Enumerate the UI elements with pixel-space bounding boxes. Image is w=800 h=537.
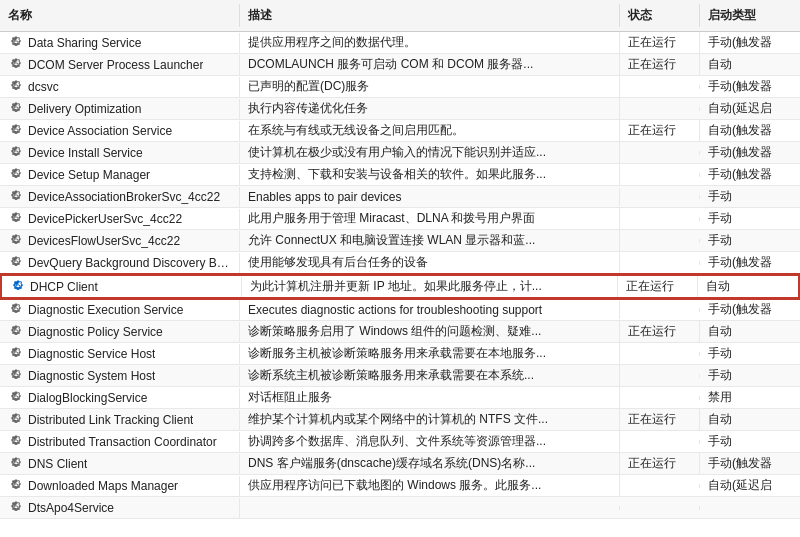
col-status[interactable]: 状态 xyxy=(620,4,700,27)
service-name: Distributed Link Tracking Client xyxy=(28,413,193,427)
table-row[interactable]: DevicesFlowUserSvc_4cc22允许 ConnectUX 和电脑… xyxy=(0,230,800,252)
service-name-cell: DevQuery Background Discovery Brok... xyxy=(0,253,240,273)
special-service-icon xyxy=(10,279,26,295)
table-row[interactable]: DtsApo4Service xyxy=(0,497,800,519)
table-row[interactable]: DialogBlockingService对话框阻止服务禁用 xyxy=(0,387,800,409)
table-row[interactable]: DCOM Server Process LauncherDCOMLAUNCH 服… xyxy=(0,54,800,76)
table-row[interactable]: DHCP Client为此计算机注册并更新 IP 地址。如果此服务停止，计...… xyxy=(0,274,800,299)
service-startup: 自动 xyxy=(700,54,800,75)
table-row[interactable]: Diagnostic System Host诊断系统主机被诊断策略服务用来承载需… xyxy=(0,365,800,387)
service-startup: 手动(触发器 xyxy=(700,299,800,320)
service-status xyxy=(620,239,700,243)
table-row[interactable]: DeviceAssociationBrokerSvc_4cc22Enables … xyxy=(0,186,800,208)
service-name: Data Sharing Service xyxy=(28,36,141,50)
service-status xyxy=(620,85,700,89)
service-name: Delivery Optimization xyxy=(28,102,141,116)
service-status: 正在运行 xyxy=(620,453,700,474)
service-name: Distributed Transaction Coordinator xyxy=(28,435,217,449)
service-desc: 已声明的配置(DC)服务 xyxy=(240,76,620,97)
service-name: Device Setup Manager xyxy=(28,168,150,182)
table-row[interactable]: DevQuery Background Discovery Brok...使用能… xyxy=(0,252,800,274)
table-row[interactable]: Device Install Service使计算机在极少或没有用户输入的情况下… xyxy=(0,142,800,164)
table-row[interactable]: DNS ClientDNS 客户端服务(dnscache)缓存域名系统(DNS)… xyxy=(0,453,800,475)
service-startup: 手动(触发器 xyxy=(700,164,800,185)
gear-icon xyxy=(8,434,24,450)
service-startup: 自动(延迟启 xyxy=(700,98,800,119)
service-name-cell: Device Association Service xyxy=(0,121,240,141)
service-status xyxy=(620,195,700,199)
service-status xyxy=(620,374,700,378)
gear-icon xyxy=(8,478,24,494)
service-name-cell: Data Sharing Service xyxy=(0,33,240,53)
table-row[interactable]: Downloaded Maps Manager供应用程序访问已下载地图的 Win… xyxy=(0,475,800,497)
services-table: 名称 描述 状态 启动类型 Data Sharing Service提供应用程序… xyxy=(0,0,800,537)
table-row[interactable]: DevicePickerUserSvc_4cc22此用户服务用于管理 Mirac… xyxy=(0,208,800,230)
table-row[interactable]: Distributed Link Tracking Client维护某个计算机内… xyxy=(0,409,800,431)
table-row[interactable]: Distributed Transaction Coordinator协调跨多个… xyxy=(0,431,800,453)
service-name: DevicesFlowUserSvc_4cc22 xyxy=(28,234,180,248)
service-status xyxy=(620,506,700,510)
gear-icon xyxy=(8,324,24,340)
service-desc: DNS 客户端服务(dnscache)缓存域名系统(DNS)名称... xyxy=(240,453,620,474)
service-name: DHCP Client xyxy=(30,280,98,294)
service-name: Device Install Service xyxy=(28,146,143,160)
gear-icon xyxy=(8,167,24,183)
gear-icon xyxy=(8,145,24,161)
service-startup: 手动 xyxy=(700,431,800,452)
service-name-cell: Diagnostic System Host xyxy=(0,366,240,386)
col-name[interactable]: 名称 xyxy=(0,4,240,27)
table-row[interactable]: Delivery Optimization执行内容传递优化任务自动(延迟启 xyxy=(0,98,800,120)
service-name-cell: DevicePickerUserSvc_4cc22 xyxy=(0,209,240,229)
service-status: 正在运行 xyxy=(620,321,700,342)
gear-icon xyxy=(8,101,24,117)
table-row[interactable]: Device Setup Manager支持检测、下载和安装与设备相关的软件。如… xyxy=(0,164,800,186)
service-name-cell: Distributed Transaction Coordinator xyxy=(0,432,240,452)
service-name-cell: Diagnostic Service Host xyxy=(0,344,240,364)
service-status: 正在运行 xyxy=(620,32,700,53)
col-desc[interactable]: 描述 xyxy=(240,4,620,27)
service-name-cell: DHCP Client xyxy=(2,277,242,297)
gear-icon xyxy=(8,233,24,249)
service-status: 正在运行 xyxy=(620,409,700,430)
service-desc: 提供应用程序之间的数据代理。 xyxy=(240,32,620,53)
gear-icon xyxy=(8,35,24,51)
service-name-cell: DialogBlockingService xyxy=(0,388,240,408)
gear-icon xyxy=(8,79,24,95)
service-startup: 手动 xyxy=(700,208,800,229)
table-row[interactable]: dcsvc已声明的配置(DC)服务手动(触发器 xyxy=(0,76,800,98)
service-status xyxy=(620,217,700,221)
table-row[interactable]: Device Association Service在系统与有线或无线设备之间启… xyxy=(0,120,800,142)
service-desc: 诊断服务主机被诊断策略服务用来承载需要在本地服务... xyxy=(240,343,620,364)
gear-icon xyxy=(8,211,24,227)
service-status xyxy=(620,484,700,488)
service-desc: Enables apps to pair devices xyxy=(240,188,620,206)
service-desc: 为此计算机注册并更新 IP 地址。如果此服务停止，计... xyxy=(242,276,618,297)
service-name: DtsApo4Service xyxy=(28,501,114,515)
service-name-cell: DevicesFlowUserSvc_4cc22 xyxy=(0,231,240,251)
service-name-cell: Distributed Link Tracking Client xyxy=(0,410,240,430)
service-status xyxy=(620,440,700,444)
service-desc: 在系统与有线或无线设备之间启用匹配。 xyxy=(240,120,620,141)
gear-icon xyxy=(8,302,24,318)
service-startup: 手动(触发器 xyxy=(700,142,800,163)
service-desc: 允许 ConnectUX 和电脑设置连接 WLAN 显示器和蓝... xyxy=(240,230,620,251)
service-status xyxy=(620,308,700,312)
service-name: DevQuery Background Discovery Brok... xyxy=(28,256,231,270)
table-row[interactable]: Diagnostic Service Host诊断服务主机被诊断策略服务用来承载… xyxy=(0,343,800,365)
gear-icon xyxy=(8,412,24,428)
col-startup[interactable]: 启动类型 xyxy=(700,4,800,27)
table-body: Data Sharing Service提供应用程序之间的数据代理。正在运行手动… xyxy=(0,32,800,519)
service-name: Diagnostic Service Host xyxy=(28,347,155,361)
table-row[interactable]: Data Sharing Service提供应用程序之间的数据代理。正在运行手动… xyxy=(0,32,800,54)
service-status xyxy=(620,352,700,356)
service-name-cell: DCOM Server Process Launcher xyxy=(0,55,240,75)
service-desc: 支持检测、下载和安装与设备相关的软件。如果此服务... xyxy=(240,164,620,185)
service-name: DNS Client xyxy=(28,457,87,471)
service-startup: 手动 xyxy=(700,230,800,251)
service-name-cell: Device Setup Manager xyxy=(0,165,240,185)
service-status xyxy=(620,151,700,155)
table-row[interactable]: Diagnostic Policy Service诊断策略服务启用了 Windo… xyxy=(0,321,800,343)
service-startup: 手动(触发器 xyxy=(700,76,800,97)
service-name: dcsvc xyxy=(28,80,59,94)
table-row[interactable]: Diagnostic Execution ServiceExecutes dia… xyxy=(0,299,800,321)
